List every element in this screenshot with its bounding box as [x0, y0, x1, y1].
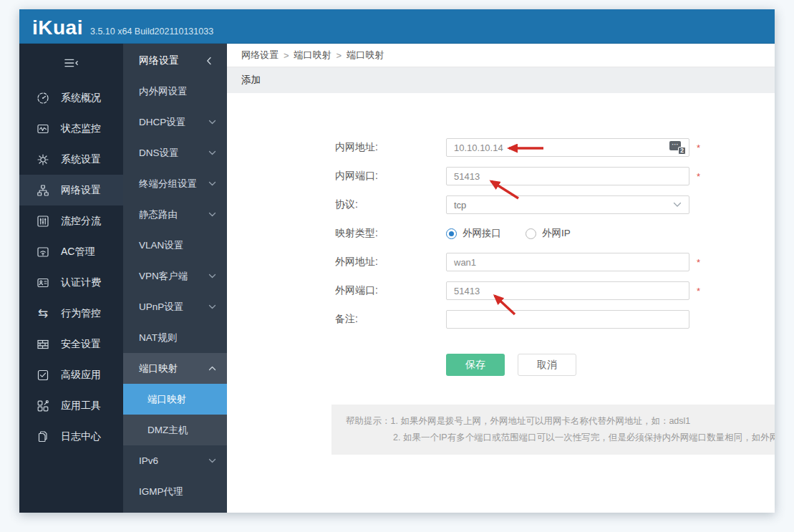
- submenu-item-dhcp[interactable]: DHCP设置: [123, 107, 227, 137]
- sidebar-item-status-monitor[interactable]: 状态监控: [19, 113, 123, 144]
- hamburger-collapse-icon: [64, 56, 79, 70]
- wan-port-label: 外网端口:: [335, 284, 446, 297]
- remark-label: 备注:: [335, 313, 446, 326]
- submenu-item-label: 静态路由: [139, 208, 178, 221]
- primary-sidebar: 系统概况 状态监控: [19, 44, 123, 513]
- chevron-down-icon: [208, 304, 216, 309]
- radio-option-wan-interface[interactable]: 外网接口: [446, 227, 501, 240]
- device-picker-badge: 2: [678, 147, 686, 155]
- submenu-item-label: 端口映射: [139, 362, 178, 375]
- sidebar-item-system-overview[interactable]: 系统概况: [19, 82, 123, 113]
- lan-address-input[interactable]: [446, 138, 689, 157]
- submenu-item-static-routes[interactable]: 静态路由: [123, 199, 227, 230]
- form-panel: 内网地址: ⋯ 2 * 内网端口:: [227, 93, 775, 513]
- radio-option-label: 外网IP: [542, 227, 571, 240]
- submenu-item-label: 终端分组设置: [139, 178, 197, 190]
- submenu-item-label: 端口映射: [147, 393, 186, 406]
- chevron-down-icon: [208, 274, 216, 279]
- sidebar-item-advanced-apps[interactable]: 高级应用: [19, 359, 123, 390]
- app-window: iKuai 3.5.10 x64 Build202110131033: [19, 9, 775, 513]
- breadcrumb: 网络设置 > 端口映射 > 端口映射: [227, 44, 775, 67]
- submenu-item-lan-wan[interactable]: 内外网设置: [123, 76, 227, 107]
- chevron-down-icon: [208, 181, 216, 186]
- firmware-version: 3.5.10 x64 Build202110131033: [90, 26, 213, 39]
- sidebar-item-log-center[interactable]: 日志中心: [19, 421, 123, 452]
- sidebar-item-behavior-control[interactable]: ⇆ 行为管控: [19, 298, 123, 329]
- lan-port-label: 内网端口:: [335, 170, 446, 183]
- section-title: 添加: [241, 74, 261, 87]
- submenu-item-dns[interactable]: DNS设置: [123, 137, 227, 168]
- form-buttons: 保存 取消: [446, 354, 775, 376]
- submenu-item-terminal-groups[interactable]: 终端分组设置: [123, 168, 227, 199]
- submenu-item-label: VPN客户端: [139, 270, 188, 283]
- wan-address-input[interactable]: [446, 253, 689, 271]
- chevron-up-icon: [208, 366, 216, 371]
- wifi-icon: [36, 245, 50, 259]
- help-line-2: 2. 如果一个IP有多个端口或范围端口可以一次性写完，但是必须保持内外网端口数量…: [346, 430, 768, 446]
- wan-port-input[interactable]: [446, 281, 689, 300]
- form-row-remark: 备注:: [227, 305, 775, 334]
- protocol-select[interactable]: tcp: [446, 195, 689, 214]
- form-row-lan-port: 内网端口: *: [227, 162, 775, 190]
- breadcrumb-separator: >: [284, 50, 289, 61]
- save-button[interactable]: 保存: [446, 354, 505, 376]
- sidebar-item-auth-billing[interactable]: 认证计费: [19, 267, 123, 298]
- device-picker-icon[interactable]: ⋯ 2: [669, 141, 686, 155]
- logs-icon: [36, 430, 50, 444]
- sidebar-item-label: 系统设置: [61, 153, 101, 166]
- sidebar-item-system-settings[interactable]: 系统设置: [19, 144, 123, 175]
- sidebar-item-flow-control[interactable]: 流控分流: [19, 205, 123, 236]
- submenu-item-label: 内外网设置: [139, 85, 188, 98]
- submenu-item-label: UPnP设置: [139, 301, 183, 314]
- id-card-icon: [36, 276, 50, 290]
- sidebar-item-security-settings[interactable]: 安全设置: [19, 329, 123, 359]
- submenu-item-vlan[interactable]: VLAN设置: [123, 230, 227, 261]
- breadcrumb-port-mapping-group[interactable]: 端口映射: [294, 49, 331, 62]
- breadcrumb-network-settings[interactable]: 网络设置: [241, 49, 279, 62]
- swap-arrows-icon: ⇆: [36, 306, 50, 321]
- cancel-button[interactable]: 取消: [518, 354, 576, 376]
- submenu-item-ipv6[interactable]: IPv6: [123, 445, 227, 476]
- sidebar-item-label: 状态监控: [61, 122, 101, 135]
- chevron-left-icon[interactable]: [202, 54, 216, 68]
- submenu-item-nat-rules[interactable]: NAT规则: [123, 322, 227, 353]
- radio-selected-icon[interactable]: [446, 228, 457, 239]
- sidebar-item-label: 流控分流: [61, 215, 101, 228]
- submenu-item-dmz-host[interactable]: DMZ主机: [123, 415, 227, 445]
- submenu-header: 网络设置: [123, 45, 227, 76]
- form-row-wan-port: 外网端口: *: [227, 276, 775, 305]
- sidebar-item-label: 高级应用: [61, 369, 101, 382]
- sliders-icon: [36, 214, 50, 228]
- sidebar-item-label: 认证计费: [61, 276, 101, 289]
- submenu-item-vpn-client[interactable]: VPN客户端: [123, 261, 227, 291]
- chevron-down-icon: [673, 202, 682, 208]
- menu-collapse-toggle[interactable]: [19, 44, 123, 82]
- secondary-sidebar: 网络设置 内外网设置 DHCP设置 DNS设置 终端分组设置: [123, 44, 227, 513]
- radio-option-wan-ip[interactable]: 外网IP: [526, 227, 571, 240]
- lan-port-input[interactable]: [446, 167, 689, 185]
- help-line-1: 帮助提示：1. 如果外网是拨号上网，外网地址可以用网卡名称代替外网地址，如：ad…: [346, 413, 768, 430]
- chevron-down-icon: [208, 458, 216, 463]
- submenu-item-label: VLAN设置: [139, 239, 183, 252]
- radio-unselected-icon[interactable]: [526, 228, 536, 239]
- submenu-item-label: IGMP代理: [139, 485, 183, 498]
- required-asterisk: *: [697, 171, 700, 182]
- network-icon: [36, 183, 50, 198]
- submenu-item-label: IPv6: [139, 455, 158, 466]
- submenu-item-igmp-proxy[interactable]: IGMP代理: [123, 476, 227, 507]
- breadcrumb-current-page: 端口映射: [347, 49, 384, 62]
- sidebar-item-app-tools[interactable]: 应用工具: [19, 390, 123, 421]
- section-bar: 添加: [227, 67, 775, 93]
- remark-input[interactable]: [446, 310, 689, 329]
- form-row-mapping-type: 映射类型: 外网接口 外网IP: [227, 219, 775, 248]
- wan-address-label: 外网地址:: [335, 256, 446, 269]
- submenu-item-port-mapping-group[interactable]: 端口映射: [123, 353, 227, 384]
- sidebar-item-ac-management[interactable]: AC管理: [19, 236, 123, 267]
- monitor-icon: [36, 122, 50, 136]
- required-asterisk: *: [697, 142, 700, 153]
- submenu-item-port-mapping[interactable]: 端口映射: [123, 384, 227, 415]
- submenu-item-upnp[interactable]: UPnP设置: [123, 291, 227, 322]
- gear-icon: [36, 153, 50, 167]
- sidebar-item-network-settings[interactable]: 网络设置: [19, 175, 123, 205]
- main-content: 网络设置 > 端口映射 > 端口映射 添加 内网地址:: [227, 44, 775, 513]
